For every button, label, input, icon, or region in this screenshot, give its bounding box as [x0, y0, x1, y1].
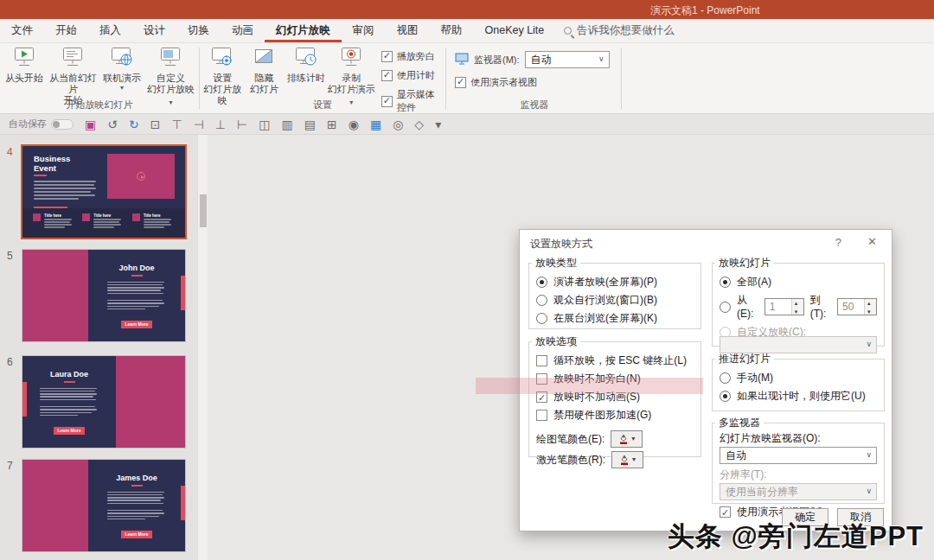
spin-down-icon[interactable] [865, 307, 876, 315]
undo-icon[interactable]: ↺ [107, 115, 118, 134]
tell-me-search[interactable]: 告诉我你想要做什么 [564, 19, 675, 42]
distribute-vertical-icon[interactable]: ▥ [281, 115, 292, 134]
circle-icon[interactable]: ◉ [349, 115, 359, 134]
feature-column: Title here [33, 213, 75, 238]
align-left-icon[interactable]: ⊢ [237, 115, 247, 134]
video-placeholder [107, 154, 175, 199]
presented-by-speaker-radio[interactable]: 演讲者放映(全屏幕)(P) [536, 275, 694, 289]
browsed-by-individual-radio[interactable]: 观众自行浏览(窗口)(B) [536, 293, 694, 307]
multiple-monitors-group: 多监视器 幻灯片放映监视器(O): 自动 分辨率(T): 使用当前分辨率 使用演… [712, 416, 885, 504]
shape-outline-icon[interactable]: ◎ [393, 115, 403, 134]
laser-color-dropdown[interactable] [611, 451, 643, 468]
to-spinner[interactable]: 50 [837, 298, 877, 315]
slideshow-monitor-select[interactable]: 自动 [720, 447, 877, 464]
body-text-lines [107, 282, 166, 310]
slide-thumbnail-7[interactable]: 7 James Doe Learn More [22, 460, 185, 551]
tab-file[interactable]: 文件 [0, 19, 44, 42]
pen-icon [619, 455, 630, 466]
spinner-arrows[interactable] [791, 299, 803, 315]
radio-icon [720, 372, 731, 384]
shapes-icon[interactable]: ◇ [414, 115, 424, 134]
pen-color-dropdown[interactable] [611, 430, 643, 448]
slide-thumbnail-6[interactable]: 6 Laura Doe Learn More [22, 356, 185, 448]
show-without-animation-checkbox[interactable]: 放映时不加动画(S) [536, 390, 694, 404]
title-underline [131, 275, 143, 277]
body-text-lines [40, 388, 99, 417]
slide-title: John Doe [88, 264, 185, 272]
tab-design[interactable]: 设计 [132, 19, 176, 42]
checkbox-icon [536, 410, 547, 421]
ribbon-separator [199, 48, 200, 109]
spin-down-icon[interactable] [792, 307, 803, 315]
present-online-button[interactable]: 联机演示 [99, 43, 144, 92]
monitor-select[interactable]: 自动 [525, 51, 610, 68]
show-slides-group: 放映幻灯片 全部(A) 从(E): 1 到(T): 50 [712, 256, 885, 347]
ribbon: 从头开始 从当前幻灯片 开始 联机演示 自定义 幻灯片放映 开始放映幻灯片 设置… [0, 43, 934, 114]
text-panel: Laura Doe Learn More [22, 356, 116, 448]
redo-icon[interactable]: ↻ [129, 115, 139, 134]
checkbox-icon [536, 355, 547, 366]
tab-view[interactable]: 视图 [386, 19, 430, 42]
checkbox-checked-icon [720, 506, 731, 518]
text-panel: John Doe Learn More [88, 250, 185, 341]
align-center-icon[interactable]: ▤ [304, 115, 316, 134]
slide-number: 7 [7, 460, 13, 472]
group-setup: 设置 幻灯片放映 隐藏 幻灯片 排练计时 录制 幻灯片演示 播放旁白 [202, 43, 444, 113]
tab-animations[interactable]: 动画 [221, 19, 265, 42]
autosave-toggle[interactable]: 自动保存 [9, 118, 74, 130]
slide-thumbnail-5[interactable]: 5 John Doe Learn More [22, 250, 185, 341]
tab-transitions[interactable]: 切换 [176, 19, 221, 42]
slide-title: James Doe [88, 474, 185, 482]
set-up-slideshow-button[interactable]: 设置 幻灯片放映 [202, 43, 243, 106]
slide-thumbnail-panel: 4 Business Event Create More Title here … [0, 135, 197, 560]
tab-slideshow[interactable]: 幻灯片放映 [265, 19, 342, 42]
from-beginning-button[interactable]: 从头开始 [2, 43, 47, 84]
align-right-icon[interactable]: ⊣ [194, 115, 204, 134]
loop-continuously-checkbox[interactable]: 循环放映，按 ESC 键终止(L) [536, 353, 694, 367]
from-radio[interactable] [720, 302, 731, 313]
slide-thumbnail-4[interactable]: 4 Business Event Create More Title here … [22, 146, 185, 238]
ribbon-tab-bar: 文件 开始 插入 设计 切换 动画 幻灯片放映 审阅 视图 帮助 OneKey … [0, 19, 934, 43]
layout-icon[interactable]: ▦ [370, 115, 381, 134]
show-options-group: 放映选项 循环放映，按 ESC 键终止(L) 放映时不加旁白(N) 放映时不加动… [528, 334, 701, 457]
learn-more-button: Learn More [121, 321, 153, 328]
help-icon[interactable]: ? [835, 236, 841, 249]
from-spinner[interactable]: 1 [764, 298, 804, 315]
browsed-at-kiosk-radio[interactable]: 在展台浏览(全屏幕)(K) [536, 311, 694, 325]
manually-radio[interactable]: 手动(M) [720, 371, 877, 385]
thumbnail-scrollbar[interactable] [197, 135, 208, 560]
feature-column: Title here [132, 213, 175, 238]
save-icon[interactable]: ▣ [85, 115, 96, 134]
start-slideshow-icon[interactable]: ⊡ [150, 115, 161, 134]
distribute-horizontal-icon[interactable]: ◫ [259, 115, 270, 134]
slide-title: Business Event [34, 154, 86, 173]
slideshow-monitor-label: 幻灯片放映监视器(O): [720, 431, 877, 445]
scrollbar-thumb[interactable] [200, 194, 207, 227]
monitor-clock-icon [293, 46, 319, 72]
from-current-slide-button[interactable]: 从当前幻灯片 开始 [47, 43, 99, 106]
tab-insert[interactable]: 插入 [88, 19, 132, 42]
qat-more-icon[interactable]: ▾ [435, 115, 441, 134]
hide-slide-button[interactable]: 隐藏 幻灯片 [243, 43, 285, 95]
rehearse-timings-button[interactable]: 排练计时 [285, 43, 327, 84]
ribbon-separator [621, 48, 622, 109]
align-top-icon[interactable]: ⊤ [171, 115, 182, 134]
use-timings-radio[interactable]: 如果出现计时，则使用它(U) [720, 389, 877, 403]
from-label: 从(E): [737, 293, 758, 321]
show-without-narration-checkbox[interactable]: 放映时不加旁白(N) [536, 372, 694, 385]
play-narrations-checkbox[interactable]: 播放旁白 [381, 50, 444, 63]
tab-onekey-lite[interactable]: OneKey Lite [474, 19, 556, 42]
disable-hardware-acceleration-checkbox[interactable]: 禁用硬件图形加速(G) [536, 408, 694, 422]
use-timings-checkbox[interactable]: 使用计时 [381, 69, 444, 82]
align-bottom-icon[interactable]: ⊥ [215, 115, 226, 134]
tab-review[interactable]: 审阅 [342, 19, 386, 42]
learn-more-button: Learn More [54, 427, 86, 435]
close-icon[interactable]: ✕ [867, 235, 877, 248]
tab-help[interactable]: 帮助 [430, 19, 474, 42]
tab-home[interactable]: 开始 [44, 19, 88, 42]
all-slides-radio[interactable]: 全部(A) [720, 275, 877, 289]
spinner-arrows[interactable] [864, 299, 876, 315]
laser-color-label: 激光笔颜色(R): [536, 453, 605, 467]
rotate-icon[interactable]: ⊞ [327, 115, 337, 134]
use-presenter-view-checkbox[interactable]: 使用演示者视图 [448, 68, 621, 89]
